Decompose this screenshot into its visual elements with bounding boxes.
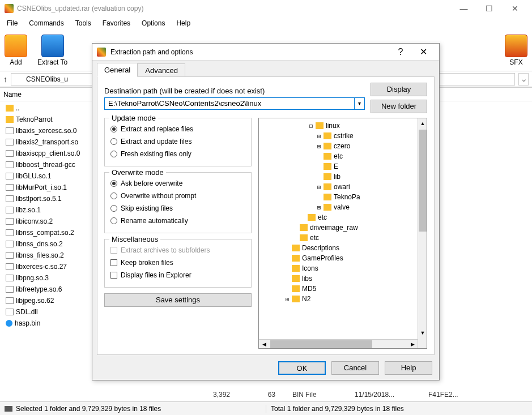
tree-label: lib	[334, 173, 341, 181]
folder-icon	[292, 245, 300, 251]
tree-label: Descriptions	[302, 244, 339, 252]
folder-icon	[6, 105, 14, 112]
radio-overwrite-noprompt[interactable]: Overwrite without prompt	[110, 190, 245, 202]
status-icon	[5, 406, 12, 412]
up-button[interactable]: ↑	[3, 75, 7, 84]
file-icon	[6, 218, 14, 225]
tab-general[interactable]: General	[97, 63, 138, 77]
menu-favorites[interactable]: Favorites	[98, 18, 135, 28]
dialog-help-button[interactable]: ?	[389, 47, 412, 57]
tree-label: N2	[302, 295, 310, 303]
tree-item[interactable]: ⊞N2	[260, 294, 416, 304]
expand-icon[interactable]: ⊞	[284, 296, 291, 303]
extract-to-button[interactable]: Extract To	[37, 35, 67, 66]
tree-hscrollbar[interactable]: ◀ ▶	[259, 339, 418, 348]
close-button[interactable]: ✕	[502, 1, 527, 16]
tree-vscrollbar[interactable]: ▲ ▼	[418, 118, 427, 348]
tree-item[interactable]: libs	[260, 273, 416, 284]
file-name: libaxis_xercesc.so.0	[16, 127, 76, 135]
sfx-button[interactable]: SFX	[505, 35, 527, 66]
file-icon	[6, 184, 14, 191]
new-folder-button[interactable]: New folder	[371, 100, 427, 113]
check-keep-broken[interactable]: Keep broken files	[110, 256, 245, 269]
add-button[interactable]: Add	[5, 35, 27, 66]
menu-file[interactable]: File	[2, 18, 22, 28]
radio-extract-replace[interactable]: Extract and replace files	[110, 123, 245, 135]
misc-title: Miscellaneous	[109, 235, 160, 243]
path-dropdown[interactable]: ⌵	[518, 73, 529, 85]
tree-item[interactable]: etc	[260, 212, 416, 223]
tree-item[interactable]: Icons	[260, 263, 416, 273]
expand-icon[interactable]: ⊞	[316, 143, 322, 150]
tree-item[interactable]: Descriptions	[260, 243, 416, 253]
tree-item[interactable]: ⊟linux	[260, 121, 416, 131]
tree-item[interactable]: etc	[260, 151, 416, 161]
tree-item[interactable]: GameProfiles	[260, 253, 416, 263]
scroll-thumb[interactable]	[419, 130, 427, 232]
tree-item[interactable]: ⊞cstrike	[260, 131, 416, 141]
folder-tree[interactable]: ⊟linux⊞cstrike⊞czeroetcElib⊞owariTeknoPa…	[258, 118, 427, 349]
file-name: libaxiscpp_client.so.0	[16, 149, 80, 157]
expand-icon[interactable]: ⊞	[316, 204, 322, 211]
display-button[interactable]: Display	[371, 83, 427, 96]
scroll-left-icon[interactable]: ◀	[260, 340, 268, 348]
file-name: SDL.dll	[16, 308, 38, 316]
tree-item[interactable]: E	[260, 161, 416, 172]
statusbar: Selected 1 folder and 9,729,329 bytes in…	[0, 401, 532, 415]
file-icon	[6, 161, 14, 168]
tree-item[interactable]: etc	[260, 233, 416, 243]
destination-dropdown[interactable]: ▾	[355, 97, 365, 110]
tab-advanced[interactable]: Advanced	[138, 63, 185, 77]
update-mode-group: Update mode Extract and replace files Ex…	[104, 118, 252, 166]
tree-item[interactable]: lib	[260, 172, 416, 182]
menu-tools[interactable]: Tools	[71, 18, 96, 28]
tree-item[interactable]: ⊞valve	[260, 202, 416, 212]
tree-item[interactable]: MD5	[260, 284, 416, 294]
hscroll-thumb[interactable]	[270, 340, 372, 348]
file-icon	[6, 229, 14, 236]
tree-item[interactable]: ⊞owari	[260, 182, 416, 192]
dialog-close-button[interactable]: ✕	[412, 46, 435, 57]
destination-input[interactable]	[104, 97, 355, 110]
maximize-button[interactable]: ☐	[476, 1, 502, 16]
expand-icon[interactable]: ⊞	[316, 183, 322, 191]
folder-icon	[324, 132, 331, 139]
tree-label: etc	[310, 234, 319, 242]
scroll-right-icon[interactable]: ▶	[408, 340, 416, 348]
dialog-title: Extraction path and options	[110, 48, 389, 56]
scroll-up-icon[interactable]: ▲	[419, 119, 427, 127]
menu-help[interactable]: Help	[172, 18, 195, 28]
folder-icon	[324, 204, 331, 211]
extract-icon	[41, 35, 64, 57]
check-display-explorer[interactable]: Display files in Explorer	[110, 269, 245, 281]
tree-label: driveimage_raw	[310, 224, 358, 232]
tree-label: czero	[334, 142, 350, 150]
file-icon	[6, 127, 14, 134]
radio-skip-existing[interactable]: Skip existing files	[110, 202, 245, 215]
radio-ask-overwrite[interactable]: Ask before overwrite	[110, 177, 245, 190]
save-settings-button[interactable]: Save settings	[104, 293, 252, 307]
scroll-down-icon[interactable]: ▼	[419, 329, 427, 337]
tree-item[interactable]: ⊞czero	[260, 141, 416, 151]
extraction-dialog: Extraction path and options ? ✕ General …	[92, 43, 440, 380]
minimize-button[interactable]: —	[451, 1, 476, 16]
file-name: libMurPort_i.so.1	[16, 183, 67, 191]
detail-type: BIN File	[292, 391, 338, 399]
ok-button[interactable]: OK	[278, 361, 326, 375]
cancel-button[interactable]: Cancel	[331, 361, 379, 375]
file-name: libstlport.so.5.1	[16, 195, 62, 203]
folder-icon	[292, 255, 300, 262]
radio-extract-update[interactable]: Extract and update files	[110, 135, 245, 148]
tree-item[interactable]: TeknoPa	[260, 192, 416, 202]
expand-icon[interactable]: ⊞	[316, 132, 322, 140]
col-name[interactable]: Name	[3, 91, 22, 99]
expand-icon[interactable]: ⊟	[308, 122, 314, 130]
menu-options[interactable]: Options	[137, 18, 169, 28]
menu-commands[interactable]: Commands	[24, 18, 68, 28]
dialog-titlebar: Extraction path and options ? ✕	[92, 44, 439, 61]
folder-icon	[292, 285, 300, 292]
radio-rename-auto[interactable]: Rename automatically	[110, 215, 245, 227]
radio-fresh-only[interactable]: Fresh existing files only	[110, 148, 245, 160]
help-button[interactable]: Help	[385, 361, 432, 375]
tree-item[interactable]: driveimage_raw	[260, 223, 416, 233]
